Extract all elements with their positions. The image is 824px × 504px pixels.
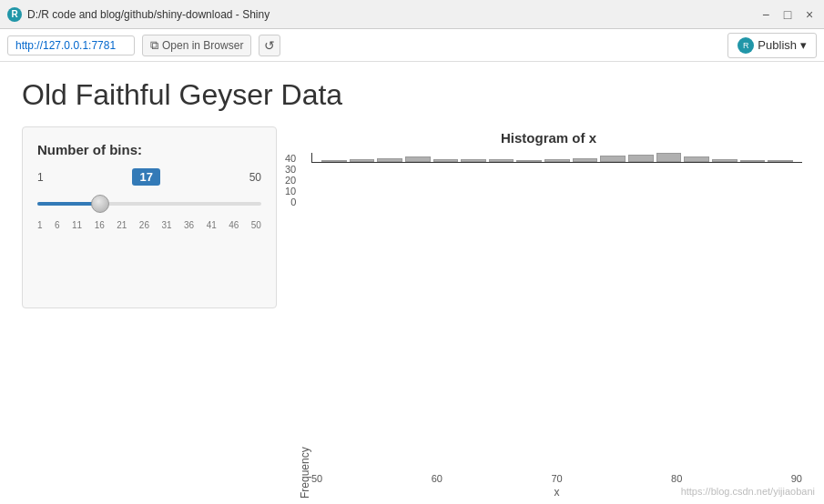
histogram-title: Histogram of x xyxy=(501,130,596,146)
slider-track[interactable] xyxy=(37,191,261,217)
maximize-button[interactable]: □ xyxy=(780,7,795,22)
title-bar-left: R D:/R code and blog/github/shiny-downlo… xyxy=(7,7,270,22)
app-body: Number of bins: 1 17 50 1 6 11 16 21 26 … xyxy=(22,126,802,499)
minimize-button[interactable]: − xyxy=(758,7,773,22)
chart-container: Frequency 40 30 20 10 0 xyxy=(295,153,802,499)
browser-icon: ⧉ xyxy=(150,38,158,53)
app-content: Old Faithful Geyser Data Number of bins:… xyxy=(0,62,824,504)
y-label-40: 40 xyxy=(285,153,296,164)
tick-36: 36 xyxy=(184,220,194,230)
close-button[interactable]: × xyxy=(802,7,817,22)
histogram-bar-8 xyxy=(544,159,570,162)
x-axis-area: 50 60 70 80 90 xyxy=(311,473,802,484)
histogram-bar-13 xyxy=(684,156,709,162)
tick-46: 46 xyxy=(229,220,239,230)
slider-label: Number of bins: xyxy=(37,142,261,157)
tick-50: 50 xyxy=(251,220,261,230)
histogram-bar-12 xyxy=(656,153,682,162)
refresh-icon: ↺ xyxy=(264,38,275,53)
tick-31: 31 xyxy=(161,220,171,230)
y-label-30: 30 xyxy=(285,164,296,175)
histogram-area: Histogram of x Frequency 40 30 20 10 0 xyxy=(295,126,802,499)
histogram-bar-7 xyxy=(516,160,542,162)
x-label-90: 90 xyxy=(791,473,802,484)
publish-dropdown-icon: ▾ xyxy=(800,38,807,52)
watermark: https://blog.csdn.net/yijiaobani xyxy=(681,486,815,497)
slider-thumb[interactable] xyxy=(91,195,109,213)
open-browser-button[interactable]: ⧉ Open in Browser xyxy=(142,35,251,56)
title-bar: R D:/R code and blog/github/shiny-downlo… xyxy=(0,0,824,29)
url-box[interactable]: http://127.0.0.1:7781 xyxy=(7,35,135,55)
app-title: Old Faithful Geyser Data xyxy=(22,78,802,112)
y-label-10: 10 xyxy=(285,186,296,197)
tick-1: 1 xyxy=(37,220,43,230)
slider-current-value: 17 xyxy=(132,168,159,186)
r-icon: R xyxy=(7,7,22,22)
tick-6: 6 xyxy=(55,220,60,230)
tick-26: 26 xyxy=(139,220,149,230)
y-labels: 40 30 20 10 0 xyxy=(285,153,296,162)
tick-16: 16 xyxy=(95,220,105,230)
refresh-button[interactable]: ↺ xyxy=(259,35,280,56)
histogram-bar-15 xyxy=(740,160,766,162)
x-label-50: 50 xyxy=(311,473,322,484)
tick-11: 11 xyxy=(72,220,82,230)
window-controls: − □ × xyxy=(758,7,817,22)
histogram-bar-10 xyxy=(600,156,626,162)
x-label-60: 60 xyxy=(432,473,443,484)
chart-wrapper: 40 30 20 10 0 xyxy=(311,153,802,469)
address-bar: http://127.0.0.1:7781 ⧉ Open in Browser … xyxy=(0,29,824,62)
slider-values: 1 17 50 xyxy=(37,168,261,186)
publish-button[interactable]: R Publish ▾ xyxy=(727,33,817,58)
tick-41: 41 xyxy=(207,220,217,230)
publish-icon: R xyxy=(738,37,754,54)
chart-plot: 40 30 20 10 0 xyxy=(311,153,802,163)
window-title: D:/R code and blog/github/shiny-download… xyxy=(27,8,270,21)
chart-inner: 40 30 20 10 0 50 xyxy=(311,153,802,499)
slider-ticks: 1 6 11 16 21 26 31 36 41 46 50 xyxy=(37,220,261,230)
histogram-bar-4 xyxy=(433,159,459,162)
slider-max: 50 xyxy=(249,171,261,184)
histogram-bar-1 xyxy=(350,159,375,162)
histogram-bar-2 xyxy=(377,158,402,162)
y-label-20: 20 xyxy=(285,175,296,186)
histogram-bar-16 xyxy=(768,160,793,162)
histogram-bar-6 xyxy=(489,159,514,162)
sidebar-panel: Number of bins: 1 17 50 1 6 11 16 21 26 … xyxy=(22,126,277,308)
x-label-70: 70 xyxy=(551,473,562,484)
bars-area xyxy=(312,153,802,162)
histogram-bar-5 xyxy=(461,159,486,162)
y-label-0: 0 xyxy=(290,197,296,207)
publish-label: Publish xyxy=(758,38,797,52)
tick-21: 21 xyxy=(117,220,127,230)
histogram-bar-11 xyxy=(628,155,654,162)
histogram-bar-9 xyxy=(573,158,598,162)
x-label-80: 80 xyxy=(671,473,682,484)
y-axis-label: Frequency xyxy=(295,153,311,499)
x-labels: 50 60 70 80 90 xyxy=(311,473,802,484)
histogram-bar-14 xyxy=(712,159,738,162)
open-browser-label: Open in Browser xyxy=(162,39,243,52)
histogram-bar-0 xyxy=(321,160,347,162)
slider-min: 1 xyxy=(37,171,44,184)
histogram-bar-3 xyxy=(405,156,431,162)
